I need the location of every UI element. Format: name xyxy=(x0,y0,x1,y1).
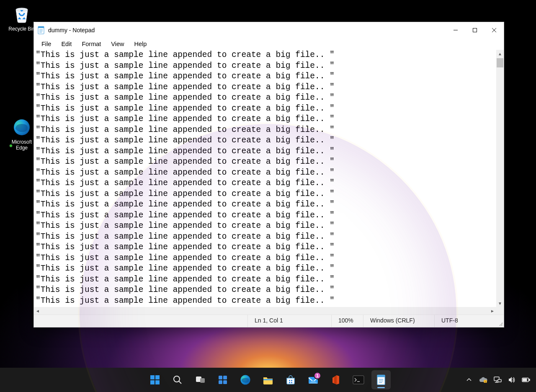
menu-edit[interactable]: Edit xyxy=(56,40,77,48)
edge-icon xyxy=(240,374,251,386)
tray-volume[interactable] xyxy=(508,376,516,384)
taskbar-store[interactable] xyxy=(281,370,300,389)
desktop-icon-label: Recycle Bin xyxy=(6,26,38,32)
svg-point-15 xyxy=(174,376,180,382)
notepad-window: dummy - Notepad File Edit Format View He… xyxy=(34,22,504,328)
window-title: dummy - Notepad xyxy=(48,27,95,34)
widgets-icon xyxy=(217,374,228,385)
svg-rect-21 xyxy=(219,380,222,384)
cloud-icon: ! xyxy=(479,377,487,383)
chevron-up-icon xyxy=(466,377,472,383)
tray-overflow[interactable] xyxy=(465,376,473,384)
terminal-icon xyxy=(353,375,364,384)
notepad-icon xyxy=(37,26,45,35)
desktop: Recycle Bin Microsoft Edge xyxy=(0,0,536,392)
svg-rect-3 xyxy=(38,26,44,28)
taskbar-widgets[interactable] xyxy=(213,370,232,389)
svg-rect-11 xyxy=(150,375,155,379)
taskbar-office[interactable] xyxy=(326,370,345,389)
taskbar-notepad[interactable] xyxy=(371,370,391,389)
scroll-up-arrow-icon[interactable]: ▲ xyxy=(496,50,504,57)
resize-grip[interactable] xyxy=(497,315,504,327)
svg-rect-44 xyxy=(529,379,530,381)
desktop-icon-recycle-bin[interactable]: Recycle Bin xyxy=(6,4,38,32)
status-encoding: UTF-8 xyxy=(434,315,497,327)
minimize-button[interactable] xyxy=(446,22,465,38)
svg-rect-33 xyxy=(377,375,385,377)
scrollbar-corner xyxy=(496,307,504,315)
taskbar-search[interactable] xyxy=(168,370,187,389)
taskbar-mail[interactable]: 1 xyxy=(304,370,323,389)
folder-icon xyxy=(262,374,274,386)
svg-rect-22 xyxy=(223,380,227,384)
taskbar: 1 xyxy=(0,368,536,392)
svg-rect-18 xyxy=(200,378,205,383)
search-icon xyxy=(173,375,183,385)
system-tray: ! xyxy=(465,368,530,392)
tray-onedrive[interactable]: ! xyxy=(479,376,487,384)
network-icon xyxy=(493,376,502,384)
menu-view[interactable]: View xyxy=(106,40,129,48)
tray-battery[interactable] xyxy=(522,376,530,384)
svg-rect-13 xyxy=(150,380,155,384)
speaker-icon xyxy=(508,377,515,383)
start-button[interactable] xyxy=(145,370,165,389)
svg-rect-12 xyxy=(155,375,160,379)
text-editor[interactable]: "This is just a sample line appended to … xyxy=(34,50,496,307)
taskview-icon xyxy=(195,374,206,385)
windows-logo-icon xyxy=(149,374,160,385)
edge-icon xyxy=(12,117,32,137)
svg-rect-24 xyxy=(263,379,273,380)
horizontal-scrollbar[interactable]: ◄ ► xyxy=(34,307,496,315)
mail-badge: 1 xyxy=(314,372,321,379)
editor-area: "This is just a sample line appended to … xyxy=(34,50,504,315)
svg-rect-30 xyxy=(353,376,364,384)
menu-help[interactable]: Help xyxy=(129,40,152,48)
taskbar-taskview[interactable] xyxy=(191,370,210,389)
svg-rect-14 xyxy=(155,380,160,384)
statusbar: Ln 1, Col 1 100% Windows (CRLF) UTF-8 xyxy=(34,315,504,327)
desktop-icon-edge[interactable]: Microsoft Edge xyxy=(6,117,38,151)
scrollbar-thumb[interactable] xyxy=(497,58,503,67)
menu-file[interactable]: File xyxy=(36,40,56,48)
menu-format[interactable]: Format xyxy=(77,40,106,48)
battery-icon xyxy=(522,377,530,382)
shortcut-overlay-icon xyxy=(9,144,13,147)
vertical-scrollbar[interactable]: ▲ ▼ xyxy=(496,50,504,307)
svg-rect-25 xyxy=(289,380,290,381)
svg-rect-28 xyxy=(291,382,292,383)
scroll-left-arrow-icon[interactable]: ◄ xyxy=(34,307,41,315)
titlebar[interactable]: dummy - Notepad xyxy=(34,22,504,38)
scroll-down-arrow-icon[interactable]: ▼ xyxy=(496,299,504,307)
maximize-button[interactable] xyxy=(465,22,484,38)
notepad-icon xyxy=(376,374,386,385)
svg-rect-27 xyxy=(289,382,290,383)
taskbar-explorer[interactable] xyxy=(258,370,278,389)
svg-rect-26 xyxy=(291,380,292,381)
status-eol: Windows (CRLF) xyxy=(363,315,434,327)
svg-rect-45 xyxy=(523,379,527,381)
svg-rect-20 xyxy=(223,376,227,379)
menubar: File Edit Format View Help xyxy=(34,38,504,50)
svg-line-16 xyxy=(179,381,181,384)
recycle-bin-icon xyxy=(12,4,32,24)
svg-rect-42 xyxy=(498,379,501,382)
store-icon xyxy=(285,374,296,385)
svg-rect-8 xyxy=(473,28,477,32)
taskbar-center: 1 xyxy=(145,370,391,389)
taskbar-terminal[interactable] xyxy=(349,370,368,389)
svg-rect-19 xyxy=(219,376,222,379)
close-button[interactable] xyxy=(484,22,504,38)
scroll-right-arrow-icon[interactable]: ► xyxy=(489,307,496,315)
status-position: Ln 1, Col 1 xyxy=(247,315,331,327)
office-icon xyxy=(331,374,341,385)
status-zoom: 100% xyxy=(331,315,363,327)
tray-network[interactable] xyxy=(493,376,502,384)
taskbar-edge[interactable] xyxy=(236,370,255,389)
